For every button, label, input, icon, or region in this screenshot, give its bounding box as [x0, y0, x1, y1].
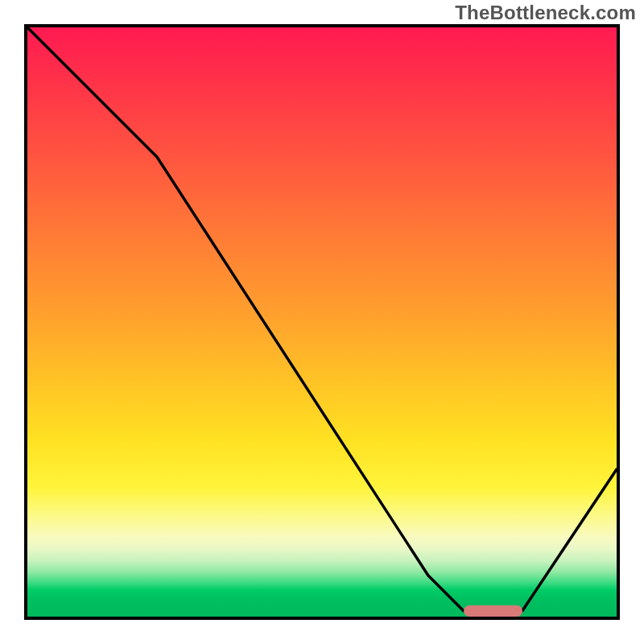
plot-area: [24, 24, 620, 620]
optimal-range-marker: [464, 605, 522, 617]
watermark-text: TheBottleneck.com: [455, 2, 636, 24]
chart-container: TheBottleneck.com: [0, 0, 644, 644]
bottleneck-curve: [27, 27, 617, 617]
